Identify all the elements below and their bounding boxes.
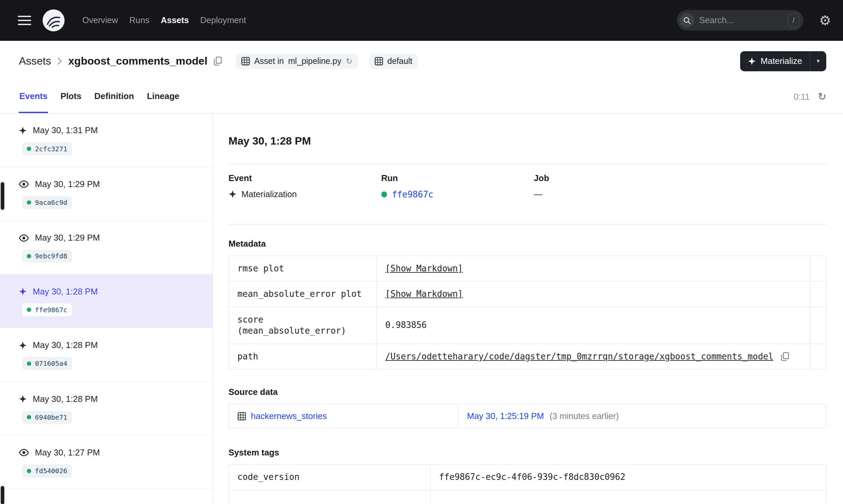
event-list: May 30, 1:31 PM 2cfc3271 May 30, 1:29 PM… — [0, 113, 213, 504]
observation-icon — [19, 180, 29, 188]
event-list-item[interactable]: May 30, 1:28 PM 071605a4 — [0, 328, 212, 381]
run-tag[interactable]: ffe9867c — [22, 304, 72, 317]
nav-right: / ⚙ — [677, 10, 831, 31]
event-list-item[interactable]: May 30, 1:31 PM 2cfc3271 — [0, 113, 212, 167]
materialize-button[interactable]: Materialize — [740, 51, 809, 71]
asset-location-tag[interactable]: Asset in ml_pipeline.py ↻ — [236, 54, 358, 69]
table-row: hackernews_stories May 30, 1:25:19 PM (3… — [228, 404, 826, 428]
materialization-icon — [19, 395, 27, 403]
event-time: May 30, 1:29 PM — [35, 179, 100, 189]
event-time: May 30, 1:28 PM — [33, 287, 98, 296]
run-id-link[interactable]: 071605a4 — [35, 359, 67, 367]
event-list-item[interactable]: May 30, 1:29 PM 9ebc9fd8 — [0, 220, 212, 274]
sparkle-icon — [748, 57, 756, 65]
table-row: score (mean_absolute_error) 0.983856 — [228, 307, 826, 344]
run-status-dot — [27, 308, 31, 312]
metadata-actions-cell — [809, 256, 826, 281]
tab-plots[interactable]: Plots — [60, 80, 82, 113]
copy-asset-name-icon[interactable] — [214, 57, 222, 66]
run-tag[interactable]: 071605a4 — [22, 357, 72, 370]
source-time-link[interactable]: May 30, 1:25:19 PM — [467, 411, 544, 421]
run-id-link[interactable]: ffe9867c — [392, 190, 433, 199]
scrollbar-thumb[interactable] — [1, 486, 4, 504]
refresh-controls: 0:11 ↻ — [794, 80, 827, 113]
run-id-link[interactable]: 9ebc9fd8 — [35, 252, 67, 260]
tab-events[interactable]: Events — [19, 80, 48, 113]
search-input[interactable] — [699, 15, 788, 25]
run-status-dot — [27, 254, 31, 258]
scrollbar-thumb[interactable] — [1, 182, 4, 210]
refresh-timer: 0:11 — [794, 92, 810, 102]
show-markdown-link[interactable]: [Show Markdown] — [385, 264, 463, 273]
tab-definition[interactable]: Definition — [94, 80, 134, 113]
metadata-key: rmse plot — [228, 256, 376, 281]
run-status-dot — [27, 147, 31, 151]
tag-value: ffe9867c-ec9c-4f06-939c-f8dc830c0962 — [430, 465, 826, 490]
settings-gear-icon[interactable]: ⚙ — [819, 14, 831, 27]
asset-page-header: Assets xgboost_comments_model Asset in m… — [0, 41, 843, 80]
asset-group-tag[interactable]: default — [369, 54, 418, 69]
run-tag[interactable]: fd540026 — [22, 465, 72, 478]
asset-group-label: default — [387, 56, 412, 66]
event-list-item-selected[interactable]: May 30, 1:28 PM ffe9867c — [0, 274, 212, 328]
run-id-link[interactable]: 6940be71 — [35, 413, 67, 421]
run-id-link[interactable]: fd540026 — [35, 467, 67, 475]
event-list-item[interactable]: May 30, 1:27 PM fd540026 — [0, 435, 212, 489]
primary-nav: Overview Runs Assets Deployment — [82, 15, 246, 25]
metadata-table: rmse plot [Show Markdown] mean_absolute_… — [228, 256, 826, 370]
asset-file-name[interactable]: ml_pipeline.py — [288, 56, 341, 66]
nav-assets[interactable]: Assets — [161, 15, 189, 25]
system-tags-table: code_version ffe9867c-ec9c-4f06-939c-f8d… — [228, 464, 826, 504]
run-status-dot — [27, 415, 31, 419]
tag-key: code_version — [228, 465, 430, 490]
dagster-logo[interactable] — [42, 10, 65, 32]
observation-icon — [19, 234, 29, 241]
observation-icon — [19, 449, 29, 456]
search-box[interactable]: / — [677, 10, 804, 31]
run-tag[interactable]: 9aca6c9d — [22, 196, 72, 209]
divider — [228, 164, 826, 164]
table-row: rmse plot [Show Markdown] — [228, 256, 826, 281]
path-link[interactable]: /Users/odetteharary/code/dagster/tmp_0mz… — [385, 351, 773, 362]
event-heading: May 30, 1:28 PM — [228, 135, 826, 147]
tag-value — [430, 490, 826, 504]
event-time: May 30, 1:28 PM — [33, 340, 98, 350]
refresh-icon[interactable]: ↻ — [818, 92, 827, 102]
search-shortcut-badge: / — [788, 13, 799, 28]
event-list-item[interactable]: May 30, 1:28 PM 6940be71 — [0, 382, 212, 435]
materialize-options-button[interactable]: ▾ — [810, 51, 827, 71]
menu-button[interactable] — [18, 14, 31, 28]
metadata-heading: Metadata — [228, 239, 826, 249]
event-detail-panel: May 30, 1:28 PM Event Materialization Ru… — [213, 113, 843, 504]
breadcrumb-chevron-icon — [57, 57, 62, 66]
source-data-heading: Source data — [228, 387, 826, 397]
run-tag[interactable]: 9ebc9fd8 — [22, 250, 72, 263]
materialization-icon — [228, 190, 237, 198]
run-status-dot — [381, 192, 387, 197]
code-location-grid-icon — [241, 57, 250, 66]
run-id-link[interactable]: 9aca6c9d — [35, 198, 67, 206]
system-tags-heading: System tags — [228, 448, 826, 457]
content-area: May 30, 1:31 PM 2cfc3271 May 30, 1:29 PM… — [0, 113, 843, 504]
run-tag[interactable]: 2cfc3271 — [22, 142, 72, 155]
run-tag[interactable]: 6940be71 — [22, 411, 72, 424]
metadata-actions-cell — [809, 344, 826, 369]
event-list-item[interactable]: May 30, 1:29 PM 9aca6c9d — [0, 167, 212, 220]
nav-deployment[interactable]: Deployment — [200, 15, 246, 25]
run-status-dot — [27, 361, 31, 366]
reload-location-icon[interactable]: ↻ — [346, 57, 352, 65]
breadcrumb-assets-link[interactable]: Assets — [19, 55, 51, 67]
top-nav: Overview Runs Assets Deployment / ⚙ — [0, 0, 843, 41]
run-id-link[interactable]: ffe9867c — [35, 306, 67, 314]
metadata-value: 0.983856 — [377, 307, 809, 344]
source-asset-link[interactable]: hackernews_stories — [251, 411, 327, 421]
nav-overview[interactable]: Overview — [82, 15, 118, 25]
run-id-link[interactable]: 2cfc3271 — [35, 145, 67, 153]
show-markdown-link[interactable]: [Show Markdown] — [385, 289, 463, 299]
breadcrumb: Assets xgboost_comments_model — [19, 55, 222, 67]
tab-lineage[interactable]: Lineage — [147, 80, 180, 113]
nav-runs[interactable]: Runs — [129, 15, 150, 25]
event-time: May 30, 1:28 PM — [33, 394, 98, 404]
copy-path-icon[interactable] — [781, 352, 789, 361]
metadata-key: mean_absolute_error plot — [228, 282, 376, 307]
